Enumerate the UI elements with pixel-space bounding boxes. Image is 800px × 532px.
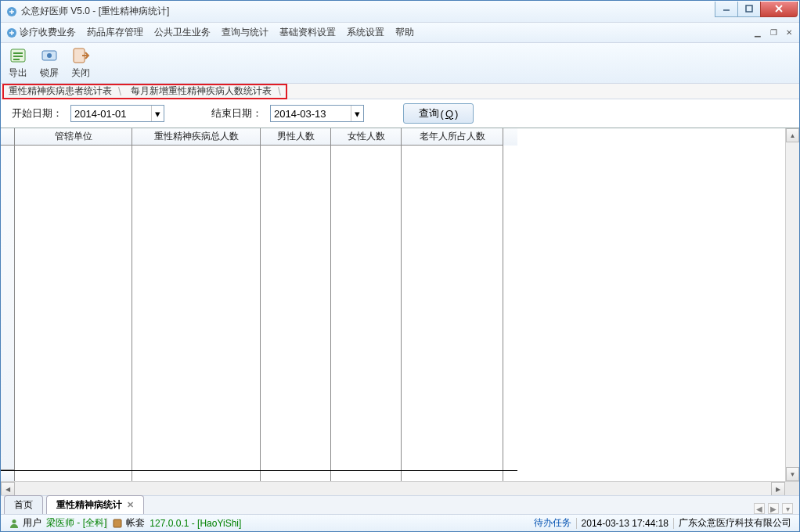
toolbar-export-label: 导出 <box>9 66 27 80</box>
svg-rect-8 <box>13 56 23 57</box>
status-account-value[interactable]: 127.0.0.1 - [HaoYiShi] <box>150 518 241 529</box>
menubar: 诊疗收费业务 药品库存管理 公共卫生业务 查询与统计 基础资料设置 系统设置 帮… <box>1 23 799 43</box>
toolbar-lock-label: 锁屏 <box>40 66 59 80</box>
menu-public-health[interactable]: 公共卫生业务 <box>154 26 211 39</box>
mdi-close[interactable]: ✕ <box>784 27 795 38</box>
menu-clinic[interactable]: 诊疗收费业务 <box>20 26 76 39</box>
end-date-value: 2014-03-13 <box>274 108 326 120</box>
filter-row: 开始日期： 2014-01-01 ▾ 结束日期： 2014-03-13 ▾ 查询… <box>1 99 799 128</box>
column-header[interactable]: 老年人所占人数 <box>402 128 503 146</box>
start-date-label: 开始日期： <box>12 106 63 120</box>
svg-rect-2 <box>746 5 752 12</box>
doctabs: 首页 重性精神病统计 ✕ ◀ ▶ ▾ <box>1 495 799 514</box>
mdi-controls: ▁ ❐ ✕ <box>752 27 795 38</box>
highlighted-tabs: 重性精神疾病患者统计表 \ 每月新增重性精神疾病人数统计表 \ <box>2 84 287 99</box>
grid-blank-area <box>517 128 785 481</box>
menu-basedata[interactable]: 基础资料设置 <box>279 26 336 39</box>
svg-rect-14 <box>114 519 121 527</box>
subtab-patients[interactable]: 重性精神疾病患者统计表 <box>4 84 118 99</box>
grid-column <box>261 146 331 470</box>
grid-column <box>132 146 261 470</box>
grid-column <box>15 146 132 470</box>
grid-header: 管辖单位重性精神疾病总人数男性人数女性人数老年人所占人数 <box>1 128 517 146</box>
end-date-label: 结束日期： <box>211 106 262 120</box>
menu-help[interactable]: 帮助 <box>395 26 414 39</box>
toolbar-close[interactable]: 关闭 <box>71 46 90 83</box>
column-header[interactable]: 管辖单位 <box>15 128 132 146</box>
svg-rect-7 <box>13 52 23 54</box>
status-todo[interactable]: 待办任务 <box>529 516 576 530</box>
mdi-restore[interactable]: ❐ <box>768 27 779 38</box>
tab-divider: \ <box>118 85 126 98</box>
minimize-button[interactable] <box>715 2 738 17</box>
book-icon <box>112 518 123 529</box>
start-date-input[interactable]: 2014-01-01 ▾ <box>70 105 164 122</box>
tab-next-icon[interactable]: ▶ <box>768 503 779 514</box>
tab-divider-2: \ <box>278 85 286 98</box>
grid-bottom-border <box>1 470 517 481</box>
doctab-active[interactable]: 重性精神病统计 ✕ <box>46 495 144 514</box>
lock-icon <box>40 46 59 65</box>
scroll-up-icon[interactable]: ▲ <box>786 128 799 142</box>
end-date-input[interactable]: 2014-03-13 ▾ <box>270 105 364 122</box>
doctab-close-icon[interactable]: ✕ <box>127 500 134 510</box>
statusbar: 用户 梁医师 - [全科] 帐套 127.0.0.1 - [HaoYiShi] … <box>1 514 799 531</box>
chevron-down-icon[interactable]: ▾ <box>151 106 164 121</box>
menu-query[interactable]: 查询与统计 <box>222 26 268 39</box>
subtab-row: 重性精神疾病患者统计表 \ 每月新增重性精神疾病人数统计表 \ <box>1 84 799 99</box>
status-user[interactable]: 用户 <box>4 516 46 530</box>
menu-system[interactable]: 系统设置 <box>347 26 384 39</box>
doctab-active-label: 重性精神病统计 <box>56 498 122 512</box>
grid-wrap: 管辖单位重性精神疾病总人数男性人数女性人数老年人所占人数 ▲ <box>1 128 799 495</box>
column-header[interactable]: 女性人数 <box>331 128 402 146</box>
doctab-home[interactable]: 首页 <box>4 495 43 514</box>
svg-point-13 <box>13 519 16 523</box>
vertical-scrollbar[interactable]: ▲ ▼ <box>785 128 799 481</box>
maximize-button[interactable] <box>737 2 761 17</box>
scroll-down-icon[interactable]: ▼ <box>786 467 799 481</box>
status-datetime: 2014-03-13 17:44:18 <box>577 518 673 529</box>
toolbar-export[interactable]: 导出 <box>9 46 27 83</box>
svg-rect-9 <box>13 59 20 60</box>
mdi-minimize[interactable]: ▁ <box>752 27 763 38</box>
toolbar-lock[interactable]: 锁屏 <box>40 46 59 83</box>
menu-icon <box>5 27 18 39</box>
close-button[interactable] <box>760 2 798 17</box>
column-header[interactable]: 重性精神疾病总人数 <box>132 128 261 146</box>
column-header[interactable]: 男性人数 <box>261 128 331 146</box>
app-icon <box>5 5 18 18</box>
query-hotkey: Q <box>445 108 453 120</box>
status-company: 广东众意医疗科技有限公司 <box>674 516 796 530</box>
subtab-monthly[interactable]: 每月新增重性精神疾病人数统计表 <box>126 84 278 99</box>
user-icon <box>9 518 20 529</box>
horizontal-scrollbar[interactable]: ◀ ▶ <box>1 481 799 495</box>
start-date-value: 2014-01-01 <box>74 108 127 120</box>
close-icon <box>71 46 90 65</box>
svg-point-11 <box>47 53 52 58</box>
row-header-col <box>1 146 15 470</box>
status-account-label: 帐套 <box>126 516 145 530</box>
tab-list-icon[interactable]: ▾ <box>782 503 793 514</box>
chevron-down-icon[interactable]: ▾ <box>351 106 363 121</box>
tab-nav: ◀ ▶ ▾ <box>754 503 793 514</box>
status-account[interactable]: 帐套 <box>107 516 150 530</box>
menu-inventory[interactable]: 药品库存管理 <box>87 26 143 39</box>
window-controls <box>715 2 798 17</box>
export-icon <box>9 46 27 65</box>
query-label: 查询 <box>419 106 439 120</box>
window-title: 众意好医师 V5.0 - [重性精神病统计] <box>21 5 169 18</box>
toolbar: 导出 锁屏 关闭 <box>1 43 799 84</box>
tab-prev-icon[interactable]: ◀ <box>754 503 765 514</box>
data-grid[interactable]: 管辖单位重性精神疾病总人数男性人数女性人数老年人所占人数 <box>1 128 517 481</box>
toolbar-close-label: 关闭 <box>71 66 90 80</box>
scroll-left-icon[interactable]: ◀ <box>1 482 15 495</box>
doctab-home-label: 首页 <box>14 498 33 512</box>
status-user-value[interactable]: 梁医师 - [全科] <box>46 516 106 530</box>
scroll-right-icon[interactable]: ▶ <box>771 482 785 495</box>
query-button[interactable]: 查询(Q) <box>403 103 474 124</box>
grid-column <box>402 146 503 470</box>
row-header-corner <box>1 128 15 146</box>
titlebar: 众意好医师 V5.0 - [重性精神病统计] <box>1 1 799 23</box>
grid-column <box>331 146 402 470</box>
grid-body <box>1 146 517 470</box>
